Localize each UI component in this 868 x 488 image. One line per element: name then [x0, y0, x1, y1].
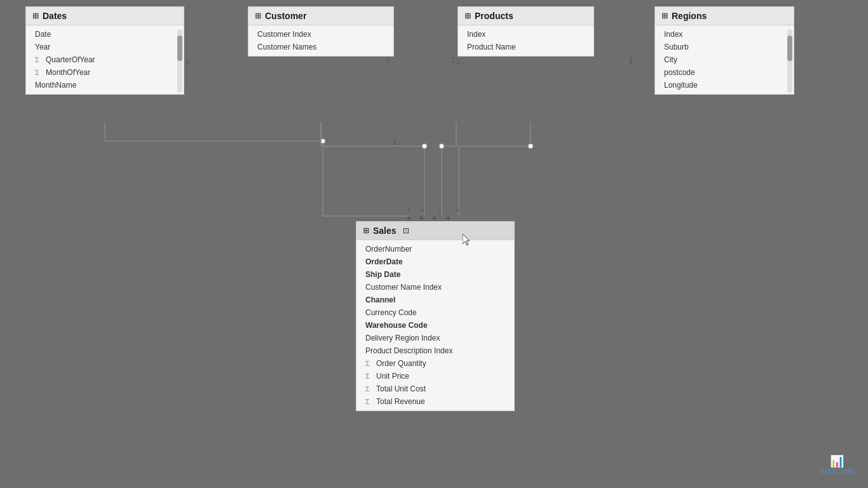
dates-table-body: Date Year ΣQuarterOfYear ΣMonthOfYear Mo…: [26, 25, 184, 94]
table-row: Warehouse Code: [356, 319, 514, 332]
table-row: OrderDate: [356, 255, 514, 268]
table-row: Product Description Index: [356, 344, 514, 357]
sales-table-title: Sales: [373, 226, 397, 236]
svg-text:*: *: [438, 207, 442, 217]
svg-text:1: 1: [629, 57, 633, 65]
customer-table-title: Customer: [265, 11, 306, 21]
scrollbar-thumb[interactable]: [177, 36, 182, 61]
products-table-title: Products: [475, 11, 513, 21]
watermark-icon: 📊: [818, 454, 855, 468]
sales-table-body: OrderNumber OrderDate Ship Date Customer…: [356, 240, 514, 410]
products-table[interactable]: ⊞ Products Index Product Name: [458, 6, 594, 57]
dates-table[interactable]: ⊞ Dates Date Year ΣQuarterOfYear ΣMonthO…: [25, 6, 184, 95]
table-row: postcode: [655, 66, 794, 79]
svg-point-4: [320, 139, 325, 144]
table-row: Ship Date: [356, 268, 514, 281]
table-row: Channel: [356, 294, 514, 306]
scrollbar[interactable]: [177, 29, 182, 93]
svg-text:*: *: [456, 207, 459, 217]
table-row: ΣTotal Revenue: [356, 395, 514, 408]
svg-text:1: 1: [393, 138, 397, 146]
sales-table-icon2: ⊡: [403, 226, 409, 235]
customer-table-header: ⊞ Customer: [248, 7, 393, 25]
scrollbar[interactable]: [787, 29, 792, 93]
svg-text:1: 1: [186, 57, 189, 65]
svg-text:1: 1: [451, 56, 455, 64]
table-row: Date: [26, 28, 184, 41]
table-row: OrderNumber: [356, 243, 514, 255]
sales-table-header: ⊞ Sales ⊡: [356, 222, 514, 240]
table-row: Index: [458, 28, 593, 41]
table-row: Customer Index: [248, 28, 393, 41]
table-icon: ⊞: [255, 11, 261, 20]
table-row: Year: [26, 41, 184, 53]
table-row: City: [655, 53, 794, 66]
table-row: Customer Names: [248, 41, 393, 53]
svg-point-11: [422, 144, 427, 149]
diagram-canvas: 1 * 1 * 1 * 1 * 1 1 1 1 ✦: [0, 0, 868, 488]
table-row: Product Name: [458, 41, 593, 53]
svg-point-23: [528, 144, 533, 149]
regions-table[interactable]: ⊞ Regions Index Suburb City postcode Lon…: [654, 6, 794, 95]
table-row: MonthName: [26, 79, 184, 92]
dates-table-title: Dates: [43, 11, 67, 21]
table-row: ΣTotal Unit Cost: [356, 383, 514, 395]
customer-table[interactable]: ⊞ Customer Customer Index Customer Names: [248, 6, 394, 57]
svg-text:1: 1: [386, 56, 390, 64]
regions-table-body: Index Suburb City postcode Longitude: [655, 25, 794, 94]
table-row: ΣQuarterOfYear: [26, 53, 184, 66]
watermark-text: SUBSCRIBE: [818, 468, 855, 475]
customer-table-body: Customer Index Customer Names: [248, 25, 393, 56]
table-row: Delivery Region Index: [356, 332, 514, 344]
svg-text:1: 1: [629, 56, 633, 64]
table-row: Longitude: [655, 79, 794, 92]
table-icon: ⊞: [32, 11, 39, 20]
sales-table[interactable]: ⊞ Sales ⊡ OrderNumber OrderDate Ship Dat…: [356, 221, 515, 411]
table-icon: ⊞: [661, 11, 668, 20]
table-row: Customer Name Index: [356, 281, 514, 294]
scrollbar-thumb[interactable]: [787, 36, 792, 61]
table-row: ΣUnit Price: [356, 370, 514, 383]
table-row: Suburb: [655, 41, 794, 53]
watermark: 📊 SUBSCRIBE: [818, 454, 855, 475]
svg-text:*: *: [421, 207, 424, 217]
regions-table-title: Regions: [672, 11, 707, 21]
products-table-body: Index Product Name: [458, 25, 593, 56]
table-row: ΣOrder Quantity: [356, 357, 514, 370]
table-icon: ⊞: [465, 11, 471, 20]
table-row: ΣMonthOfYear: [26, 66, 184, 79]
svg-text:1: 1: [456, 57, 460, 65]
svg-text:*: *: [407, 207, 410, 216]
products-table-header: ⊞ Products: [458, 7, 593, 25]
table-row: Currency Code: [356, 306, 514, 319]
dates-table-header: ⊞ Dates: [26, 7, 184, 25]
table-icon: ⊞: [363, 226, 369, 235]
table-row: Index: [655, 28, 794, 41]
svg-point-17: [439, 144, 444, 149]
regions-table-header: ⊞ Regions: [655, 7, 794, 25]
